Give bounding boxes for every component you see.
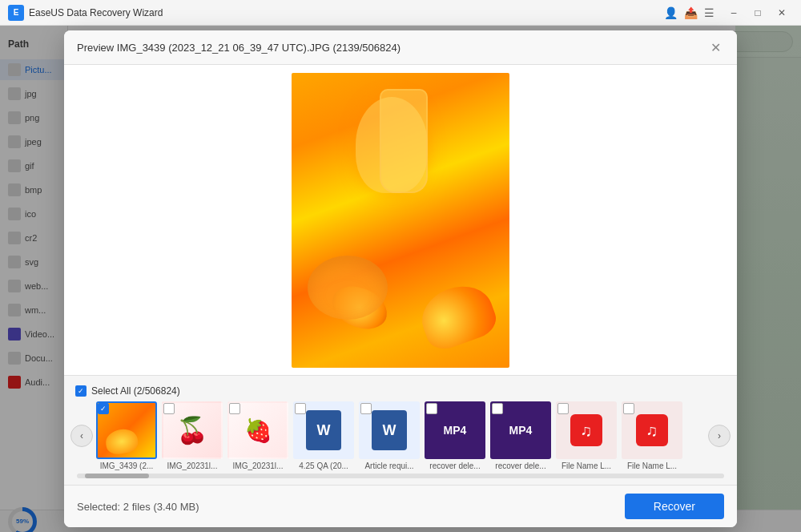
thumb-wrapper: MP4 [490, 401, 551, 459]
minimize-button[interactable]: – [723, 5, 745, 21]
thumbnails-scroll: ‹ IMG_3439 (2... [64, 401, 737, 470]
modal-titlebar: Preview IMG_3439 (2023_12_21 06_39_47 UT… [64, 30, 737, 65]
jar-decoration [380, 89, 428, 193]
thumbnails-list: IMG_3439 (2... IMG_20231l... [96, 401, 705, 470]
app-title: EaseUS Data Recovery Wizard [29, 7, 664, 18]
thumbnail-item[interactable]: IMG_20231l... [227, 401, 288, 470]
thumb-prev-button[interactable]: ‹ [70, 425, 93, 447]
modal-overlay: Preview IMG_3439 (2023_12_21 06_39_47 UT… [0, 26, 801, 532]
orange-slice-1 [414, 276, 501, 354]
thumb-wrapper [227, 401, 288, 459]
thumb-next-button[interactable]: › [708, 425, 731, 447]
thumbnail-item[interactable]: IMG_20231l... [162, 401, 223, 470]
thumb-label: IMG_3439 (2... [100, 461, 154, 470]
orange-slice-2 [328, 283, 391, 332]
thumb-label: Article requi... [364, 461, 413, 470]
thumbnails-bar: Select All (2/506824) ‹ IMG_3439 (2... [64, 375, 737, 485]
thumb-wrapper [162, 401, 223, 459]
thumbnail-item[interactable]: W 4.25 QA (20... [293, 401, 354, 470]
thumb-checkbox[interactable] [492, 403, 503, 414]
mp4-label: MP4 [444, 424, 467, 437]
thumb-wrapper: MP4 [425, 401, 485, 459]
selected-info: Selected: 2 files (3.40 MB) [77, 501, 199, 513]
thumb-wrapper [96, 401, 157, 459]
thumb-checkbox[interactable] [623, 403, 634, 414]
thumbnail-item[interactable]: MP4 recover dele... [490, 401, 551, 470]
thumb-checkbox[interactable] [426, 403, 437, 414]
app-window: E EaseUS Data Recovery Wizard 👤 📤 ☰ – □ … [0, 0, 801, 532]
thumb-wrapper: ♫ [556, 401, 617, 459]
preview-image [292, 73, 509, 368]
preview-area [64, 65, 737, 375]
thumb-label: 4.25 QA (20... [299, 461, 348, 470]
thumb-checkbox[interactable] [360, 403, 372, 414]
thumb-wrapper: W [293, 401, 354, 459]
user-icon[interactable]: 👤 [664, 6, 678, 19]
maximize-button[interactable]: □ [747, 5, 769, 21]
upload-icon[interactable]: 📤 [684, 6, 698, 19]
window-controls: – □ ✕ [723, 5, 793, 21]
word-doc-icon: W [306, 410, 341, 450]
recover-button[interactable]: Recover [625, 494, 724, 519]
modal-close-button[interactable]: ✕ [706, 38, 724, 56]
select-all-label: Select All (2/506824) [91, 385, 180, 397]
thumb-label: IMG_20231l... [233, 461, 284, 470]
word-doc-icon: W [372, 410, 407, 450]
thumbnail-item[interactable]: W Article requi... [359, 401, 420, 470]
thumbnail-item[interactable]: IMG_3439 (2... [96, 401, 157, 470]
scrollbar-thumb [85, 474, 149, 478]
thumb-checkbox[interactable] [295, 403, 306, 414]
mp4-label: MP4 [509, 424, 533, 437]
thumb-checkbox[interactable] [98, 403, 109, 414]
thumbnail-item[interactable]: MP4 recover dele... [425, 401, 485, 470]
thumb-label: recover dele... [429, 461, 480, 470]
preview-modal: Preview IMG_3439 (2023_12_21 06_39_47 UT… [64, 30, 737, 527]
menu-icon[interactable]: ☰ [704, 6, 714, 19]
app-logo: E [8, 5, 24, 21]
thumbnail-item[interactable]: ♫ File Name L... [622, 401, 682, 470]
mp3-icon: ♫ [570, 414, 602, 446]
thumbnail-item[interactable]: ♫ File Name L... [556, 401, 617, 470]
select-all-checkbox[interactable] [75, 385, 87, 397]
thumb-checkbox[interactable] [163, 403, 175, 414]
modal-title: Preview IMG_3439 (2023_12_21 06_39_47 UT… [77, 42, 400, 54]
close-button[interactable]: ✕ [771, 5, 793, 21]
thumb-wrapper: W [359, 401, 420, 459]
title-bar: E EaseUS Data Recovery Wizard 👤 📤 ☰ – □ … [0, 0, 801, 26]
thumb-label: IMG_20231l... [167, 461, 218, 470]
mp3-icon: ♫ [636, 414, 668, 446]
thumb-checkbox[interactable] [557, 403, 569, 414]
thumb-wrapper: ♫ [622, 401, 682, 459]
thumb-label: File Name L... [627, 461, 677, 470]
thumb-label: File Name L... [562, 461, 611, 470]
title-bar-icons: 👤 📤 ☰ [664, 6, 714, 19]
select-all-row: Select All (2/506824) [64, 382, 737, 401]
action-bar: Selected: 2 files (3.40 MB) Recover [64, 485, 737, 527]
thumb-checkbox[interactable] [229, 403, 240, 414]
thumbnail-scrollbar[interactable] [77, 474, 724, 478]
thumb-label: recover dele... [495, 461, 545, 470]
